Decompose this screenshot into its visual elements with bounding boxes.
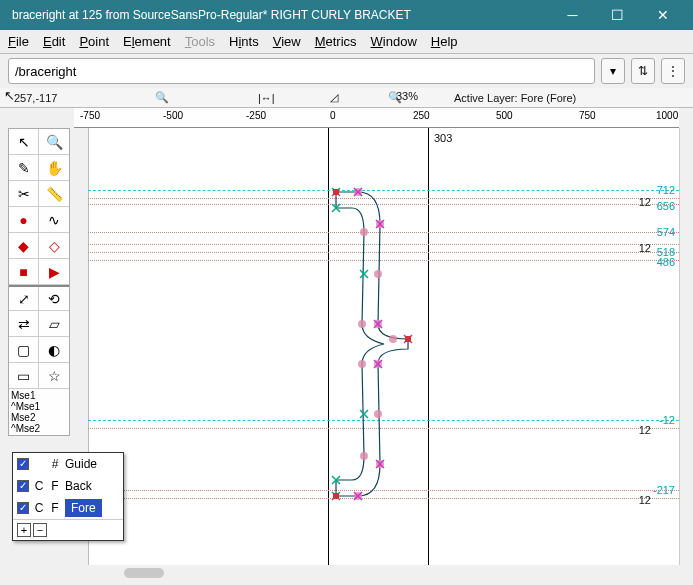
titlebar: braceright at 125 from SourceSansPro-Reg… (0, 0, 693, 30)
menu-element[interactable]: Element (123, 34, 171, 49)
menu-view[interactable]: View (273, 34, 301, 49)
menubar: File Edit Point Element Tools Hints View… (0, 30, 693, 54)
ruler-tick: 250 (413, 110, 430, 121)
knife-tool[interactable]: ✂ (9, 181, 39, 206)
ruler-tick: 1000 (656, 110, 678, 121)
info-bar: ↖ 257,-117 🔍 |↔| ◿ 🔍 33% Active Layer: F… (0, 88, 693, 108)
svg-point-11 (358, 360, 366, 368)
skew-tool[interactable]: ▱ (39, 311, 69, 336)
svg-point-6 (374, 410, 382, 418)
add-layer-button[interactable]: + (17, 523, 31, 537)
layer-visible-checkbox[interactable]: ✓ (17, 458, 29, 470)
layer-row-fore[interactable]: ✓ C F Fore (13, 497, 123, 519)
zoom-tool[interactable]: 🔍 (39, 129, 69, 154)
remove-layer-button[interactable]: − (33, 523, 47, 537)
svg-point-9 (360, 228, 368, 236)
hv-curve-tool[interactable]: ◇ (39, 233, 69, 258)
minimize-button[interactable]: ─ (550, 1, 595, 29)
svg-rect-13 (333, 189, 339, 195)
poly-tool[interactable]: ☆ (39, 363, 69, 388)
guide-label: 712 (657, 184, 675, 196)
cursor-coord: 257,-117 (14, 92, 57, 104)
spiro-tool[interactable]: ∿ (39, 207, 69, 232)
menu-tools: Tools (185, 34, 215, 49)
ruler-tick: 0 (330, 110, 336, 121)
advance-width-label: 303 (434, 132, 452, 144)
glyph-nav-row: ▾ ⇅ ⋮ (0, 54, 693, 88)
pen-tool[interactable]: ● (9, 207, 39, 232)
ruler-horizontal: -750 -500 -250 0 250 500 750 1000 (74, 108, 679, 128)
glyph-outline[interactable] (328, 184, 428, 494)
scrollbar-thumb[interactable] (124, 568, 164, 578)
guide-label: 12 (639, 424, 651, 436)
ruler-tick: -250 (246, 110, 266, 121)
advance-vline (428, 128, 429, 565)
window-title: braceright at 125 from SourceSansPro-Reg… (8, 8, 550, 22)
layer-row-back[interactable]: ✓ C F Back (13, 475, 123, 497)
guide-label: -12 (659, 414, 675, 426)
width-icon: |↔| (258, 92, 275, 104)
svg-point-10 (358, 320, 366, 328)
curve-point-tool[interactable]: ◆ (9, 233, 39, 258)
pointer-tool[interactable]: ↖ (9, 129, 39, 154)
magnify-icon: 🔍 (155, 91, 169, 104)
freehand-tool[interactable]: ✎ (9, 155, 39, 180)
guide-label: -217 (653, 484, 675, 496)
svg-rect-15 (405, 336, 411, 342)
angle-icon: ◿ (330, 91, 338, 104)
rect-tool[interactable]: ▭ (9, 363, 39, 388)
menu-edit[interactable]: Edit (43, 34, 65, 49)
mouse-status: Mse1^Mse1Mse2^Mse2 (9, 389, 69, 435)
guide-label: 12 (639, 494, 651, 506)
ruler-tool[interactable]: 📏 (39, 181, 69, 206)
active-layer: Active Layer: Fore (Fore) (454, 92, 576, 104)
glyph-updown-button[interactable]: ⇅ (631, 58, 655, 84)
scrollbar-vertical[interactable] (679, 128, 693, 565)
rotate-tool[interactable]: ⟲ (39, 287, 69, 310)
menu-window[interactable]: Window (371, 34, 417, 49)
tool-palette: ↖🔍 ✎✋ ✂📏 ●∿ ◆◇ ■▶ ⤢⟲ ⇄▱ ▢◐ ▭☆ Mse1^Mse1M… (8, 128, 70, 436)
ruler-tick: -750 (80, 110, 100, 121)
guide-label: 656 (657, 200, 675, 212)
layer-visible-checkbox[interactable]: ✓ (17, 502, 29, 514)
menu-hints[interactable]: Hints (229, 34, 259, 49)
layer-visible-checkbox[interactable]: ✓ (17, 480, 29, 492)
glyph-history-dropdown[interactable]: ▾ (601, 58, 625, 84)
menu-point[interactable]: Point (79, 34, 109, 49)
zoom-value: 33% (396, 90, 418, 102)
guide-label: 486 (657, 256, 675, 268)
flip-tool[interactable]: ⇄ (9, 311, 39, 336)
svg-point-12 (360, 452, 368, 460)
maximize-button[interactable]: ☐ (595, 1, 640, 29)
perspective-tool[interactable]: ▢ (9, 337, 39, 362)
layer-row-guide[interactable]: ✓ # Guide (13, 453, 123, 475)
guide-label: 574 (657, 226, 675, 238)
guide-label: 12 (639, 242, 651, 254)
svg-rect-14 (333, 493, 339, 499)
layers-panel[interactable]: ✓ # Guide ✓ C F Back ✓ C F Fore + − (12, 452, 124, 541)
glyph-canvas[interactable]: 303 712 12 656 574 12 518 486 -12 12 -21… (88, 128, 679, 565)
ruler-tick: -500 (163, 110, 183, 121)
ruler-tick: 750 (579, 110, 596, 121)
svg-point-4 (389, 335, 397, 343)
glyph-menu-button[interactable]: ⋮ (661, 58, 685, 84)
menu-metrics[interactable]: Metrics (315, 34, 357, 49)
scrollbar-horizontal[interactable] (0, 565, 679, 581)
ruler-tick: 500 (496, 110, 513, 121)
scale-tool[interactable]: ⤢ (9, 287, 39, 310)
menu-help[interactable]: Help (431, 34, 458, 49)
glyph-path-input[interactable] (8, 58, 595, 84)
close-button[interactable]: ✕ (640, 1, 685, 29)
guide-label: 12 (639, 196, 651, 208)
menu-file[interactable]: File (8, 34, 29, 49)
svg-point-2 (374, 270, 382, 278)
hand-tool[interactable]: ✋ (39, 155, 69, 180)
corner-point-tool[interactable]: ■ (9, 259, 39, 284)
tangent-point-tool[interactable]: ▶ (39, 259, 69, 284)
rotate3d-tool[interactable]: ◐ (39, 337, 69, 362)
